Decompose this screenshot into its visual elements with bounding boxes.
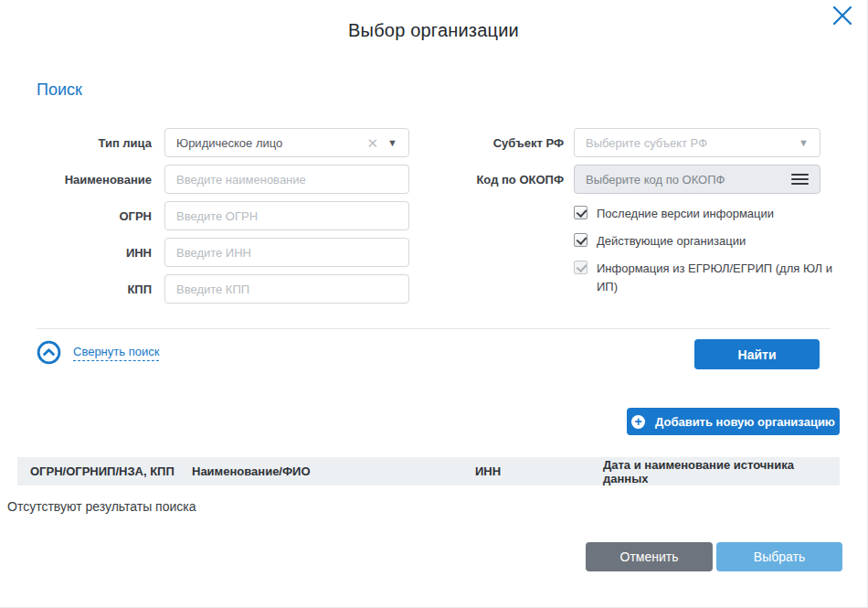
region-select[interactable]: Выберите субъект РФ ▼ [574,128,820,157]
divider [37,328,831,329]
egrul-info-checkbox [574,261,587,274]
field-label-region: Субъект РФ [420,136,564,150]
add-organization-label: Добавить новую организацию [655,415,835,429]
add-organization-button[interactable]: + Добавить новую организацию [627,408,840,435]
field-label-type: Тип лица [0,136,152,150]
close-icon[interactable] [830,3,855,28]
column-header-name: Наименование/ФИО [192,464,475,478]
person-type-value: Юридическое лицо [176,136,367,150]
inn-input[interactable] [164,238,409,267]
field-label-inn: ИНН [0,246,152,260]
collapse-search-control[interactable]: Свернуть поиск [37,340,159,365]
menu-icon[interactable] [791,174,809,186]
organization-select-dialog: Выбор организации Поиск Тип лица Юридиче… [0,0,868,608]
collapse-search-link[interactable]: Свернуть поиск [73,345,159,361]
plus-icon: + [631,415,645,429]
chevron-up-circle-icon[interactable] [37,340,61,365]
name-input[interactable] [164,165,409,194]
okopf-placeholder: Выберите код по ОКОПФ [586,173,791,187]
column-header-ogrn: ОГРН/ОГРНИП/НЗА, КПП [30,464,192,478]
page-title: Выбор организации [0,20,867,41]
field-label-okopf: Код по ОКОПФ [420,173,564,187]
column-header-inn: ИНН [475,464,603,478]
field-label-ogrn: ОГРН [0,209,152,223]
chevron-down-icon[interactable]: ▼ [799,138,809,148]
clear-icon[interactable]: ✕ [367,136,379,150]
find-button[interactable]: Найти [694,339,820,369]
empty-results-message: Отсутствуют результаты поиска [7,499,196,514]
search-section-heading[interactable]: Поиск [37,80,82,100]
results-table-header: ОГРН/ОГРНИП/НЗА, КПП Наименование/ФИО ИН… [17,457,840,485]
active-organizations-checkbox[interactable] [574,233,587,247]
latest-versions-checkbox[interactable] [574,206,587,219]
checkbox-label: Информация из ЕГРЮЛ/ЕГРИП (для ЮЛ и ИП) [597,260,832,296]
region-placeholder: Выберите субъект РФ [586,136,799,150]
okopf-select[interactable]: Выберите код по ОКОПФ [574,165,820,194]
field-label-name: Наименование [0,173,152,187]
results-table: ОГРН/ОГРНИП/НЗА, КПП Наименование/ФИО ИН… [17,457,840,485]
ogrn-input[interactable] [164,201,409,230]
chevron-down-icon[interactable]: ▼ [387,138,397,148]
checkbox-label: Последние версии информации [597,205,774,223]
kpp-input[interactable] [164,274,409,304]
field-label-kpp: КПП [0,283,152,296]
cancel-button[interactable]: Отменить [586,542,713,571]
select-button[interactable]: Выбрать [716,542,842,571]
person-type-select[interactable]: Юридическое лицо ✕ ▼ [164,128,409,157]
column-header-source: Дата и наименование источника данных [603,458,827,485]
checkbox-label: Действующие организации [597,232,746,251]
